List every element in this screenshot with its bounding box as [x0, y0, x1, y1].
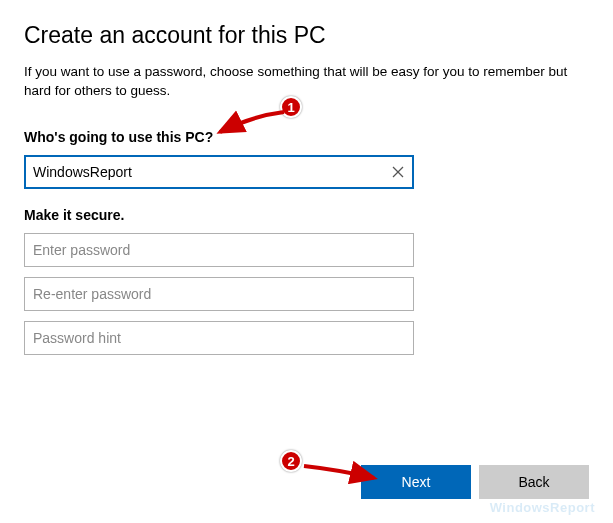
username-input[interactable]: [24, 155, 414, 189]
password-hint-input[interactable]: [24, 321, 414, 355]
annotation-arrow-1-icon: [212, 108, 288, 140]
password-confirm-input[interactable]: [24, 277, 414, 311]
password-hint-row: [24, 321, 414, 355]
secure-section-label: Make it secure.: [24, 207, 589, 223]
clear-icon[interactable]: [388, 162, 408, 182]
page-subtitle: If you want to use a password, choose so…: [24, 63, 584, 101]
password-row: [24, 233, 414, 267]
page-title: Create an account for this PC: [24, 22, 589, 49]
username-row: [24, 155, 414, 189]
watermark: WindowsReport: [490, 500, 595, 515]
back-button[interactable]: Back: [479, 465, 589, 499]
annotation-badge-2: 2: [280, 450, 302, 472]
password-input[interactable]: [24, 233, 414, 267]
annotation-callout-2: 2: [280, 450, 302, 472]
password-confirm-row: [24, 277, 414, 311]
username-section-label: Who's going to use this PC?: [24, 129, 589, 145]
annotation-arrow-2-icon: [300, 460, 380, 484]
